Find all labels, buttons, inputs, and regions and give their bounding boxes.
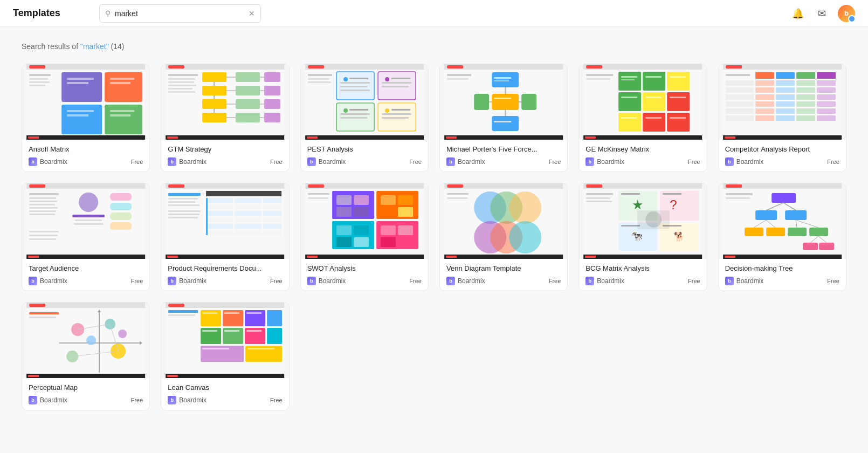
template-card-venn[interactable]: Venn Diagram Template b Boardmix Free (439, 183, 568, 291)
svg-rect-135 (776, 72, 795, 79)
svg-rect-348 (246, 312, 261, 314)
template-card-lean[interactable]: Lean Canvas b Boardmix Free (161, 302, 289, 410)
card-name: BCG Matrix Analysis (585, 264, 700, 272)
svg-rect-123 (645, 97, 662, 98)
svg-text:🐄: 🐄 (631, 230, 643, 242)
svg-rect-335 (168, 314, 195, 316)
template-card-pest[interactable]: PEST Analysis b Boardmix Free (300, 64, 429, 172)
card-info: Target Audience b Boardmix Free (22, 259, 149, 291)
template-card-bcg[interactable]: ★ ? 🐄 🐕 BCG Matrix Analysis (578, 183, 707, 291)
svg-rect-69 (340, 90, 370, 91)
template-card-perceptual[interactable]: Perceptual Map b Boardmix Free (22, 302, 150, 410)
svg-rect-294 (785, 210, 807, 220)
svg-rect-20 (28, 136, 39, 139)
notification-icon[interactable]: 🔔 (790, 6, 805, 21)
template-card-competitor[interactable]: Competitor Analysis Report b Boardmix Fr… (718, 64, 846, 172)
svg-rect-212 (263, 217, 281, 222)
card-badge: Free (131, 397, 143, 403)
svg-rect-163 (726, 115, 754, 121)
author-name: Boardmix (597, 158, 624, 166)
card-badge: Free (827, 159, 839, 165)
template-card-ansoff[interactable]: Ansoff Matrix b Boardmix Free (22, 64, 150, 172)
svg-rect-60 (308, 81, 331, 83)
card-preview-lean (161, 303, 288, 378)
svg-rect-201 (206, 198, 233, 203)
search-clear-button[interactable]: ✕ (249, 10, 255, 17)
inbox-icon[interactable]: ✉ (814, 6, 829, 21)
card-author: b Boardmix (585, 277, 624, 285)
card-name: Decision-making Tree (725, 264, 839, 272)
svg-rect-32 (202, 99, 226, 109)
svg-rect-125 (621, 117, 637, 119)
svg-rect-45 (264, 72, 280, 82)
svg-rect-185 (110, 203, 132, 210)
svg-rect-147 (817, 87, 836, 93)
template-card-gemckinsey[interactable]: GE McKinsey Matrix b Boardmix Free (578, 64, 707, 172)
svg-rect-80 (382, 113, 411, 115)
svg-rect-247 (398, 237, 413, 247)
svg-rect-161 (796, 108, 815, 114)
svg-rect-88 (447, 78, 469, 80)
svg-rect-11 (67, 78, 94, 80)
template-card-porter[interactable]: Michael Porter's Five Force... b Boardmi… (439, 64, 568, 172)
author-name: Boardmix (458, 158, 485, 166)
svg-rect-310 (725, 256, 735, 258)
template-card-gtm[interactable]: GTM Strategy b Boardmix Free (161, 64, 289, 172)
search-input[interactable] (115, 9, 244, 18)
svg-rect-5 (29, 81, 50, 83)
header-actions: 🔔 ✉ b (790, 5, 855, 22)
svg-rect-77 (340, 117, 367, 119)
svg-rect-82 (305, 135, 424, 140)
svg-rect-270 (586, 201, 612, 202)
svg-rect-14 (110, 82, 130, 84)
template-card-target[interactable]: Target Audience b Boardmix Free (22, 183, 150, 291)
svg-rect-200 (206, 191, 281, 196)
svg-rect-236 (381, 195, 396, 205)
template-grid: Ansoff Matrix b Boardmix Free (22, 64, 846, 410)
card-name: Perceptual Map (29, 383, 143, 392)
author-name: Boardmix (179, 158, 206, 166)
template-card-prd[interactable]: Product Requirements Docu... b Boardmix … (161, 183, 289, 291)
svg-rect-164 (755, 115, 774, 121)
svg-rect-235 (354, 207, 369, 217)
svg-rect-177 (29, 207, 58, 209)
svg-rect-53 (166, 135, 284, 140)
boardmix-logo: b (446, 157, 455, 166)
svg-rect-268 (586, 193, 613, 195)
search-bar[interactable]: ⚲ ✕ (99, 4, 261, 23)
svg-rect-169 (725, 136, 735, 139)
svg-rect-152 (817, 94, 836, 100)
svg-rect-91 (492, 116, 519, 131)
avatar[interactable]: b (838, 5, 855, 22)
svg-text:🐕: 🐕 (674, 231, 685, 242)
svg-rect-354 (166, 374, 284, 378)
svg-rect-75 (349, 109, 368, 111)
boardmix-logo: b (446, 277, 455, 285)
svg-rect-10 (105, 105, 142, 134)
svg-rect-285 (583, 255, 702, 259)
svg-rect-242 (336, 237, 352, 247)
svg-rect-192 (28, 256, 39, 258)
svg-rect-107 (586, 74, 613, 76)
svg-rect-251 (307, 256, 318, 258)
svg-rect-168 (723, 135, 842, 140)
card-footer: b Boardmix Free (29, 277, 143, 285)
svg-rect-267 (586, 184, 602, 188)
svg-rect-92 (474, 94, 489, 110)
card-name: Target Audience (29, 264, 143, 272)
svg-rect-116 (643, 113, 665, 132)
svg-rect-175 (29, 201, 57, 202)
svg-rect-191 (26, 255, 145, 259)
template-card-swot[interactable]: SWOT Analysis b Boardmix Free (300, 183, 429, 291)
author-name: Boardmix (40, 158, 67, 166)
card-footer: b Boardmix Free (446, 277, 561, 285)
card-name: Lean Canvas (168, 383, 282, 392)
card-info: Product Requirements Docu... b Boardmix … (161, 259, 288, 291)
svg-rect-215 (263, 224, 281, 229)
card-author: b Boardmix (168, 157, 206, 166)
svg-rect-233 (354, 195, 369, 205)
author-name: Boardmix (319, 277, 346, 285)
template-card-decision[interactable]: Decision-making Tree b Boardmix Free (718, 183, 846, 291)
svg-rect-79 (391, 109, 410, 111)
svg-rect-196 (168, 193, 201, 196)
